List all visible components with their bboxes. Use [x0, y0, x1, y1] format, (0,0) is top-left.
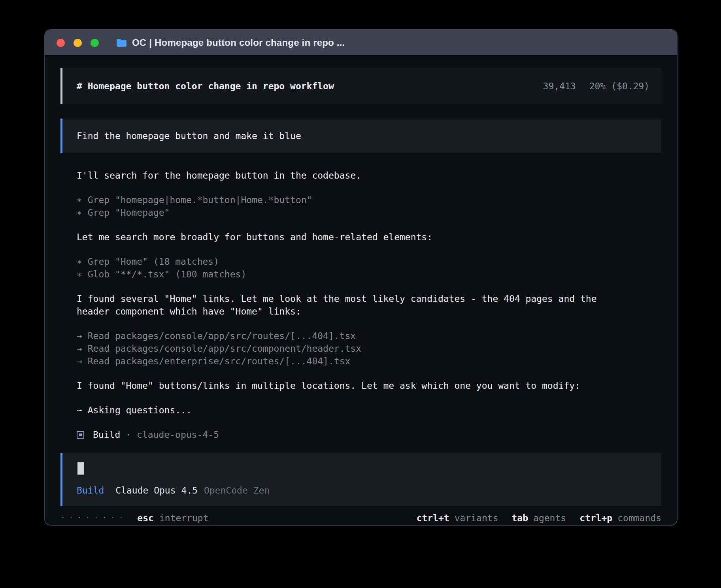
- user-message-text: Find the homepage button and make it blu…: [77, 131, 301, 141]
- separator-dot: ·: [126, 428, 131, 441]
- minimize-button[interactable]: [74, 39, 82, 47]
- spinner-dots: ········: [60, 511, 127, 524]
- activity-status: ~ Asking questions...: [77, 404, 622, 416]
- tool-call-line: ∗ Grep "Homepage": [77, 206, 622, 219]
- traffic-lights: [57, 39, 99, 47]
- esc-key-hint: esc: [137, 512, 154, 524]
- shortcut-key: ctrl+t: [417, 512, 449, 524]
- agent-name: Build: [93, 428, 120, 441]
- tool-call-line: → Read packages/console/app/src/componen…: [77, 342, 622, 355]
- token-count: 39,413: [543, 81, 576, 91]
- shortcut-commands: ctrl+p commands: [579, 512, 661, 524]
- tool-call-group: ∗ Grep "Home" (18 matches) ∗ Glob "**/*.…: [77, 255, 622, 281]
- model-label: Claude Opus 4.5: [115, 484, 198, 497]
- close-button[interactable]: [57, 39, 65, 47]
- assistant-message: I'll search for the homepage button in t…: [77, 169, 622, 182]
- esc-key-label: interrupt: [159, 512, 209, 524]
- tool-call-line: ∗ Grep "Home" (18 matches): [77, 255, 622, 268]
- assistant-message: Let me search more broadly for buttons a…: [77, 231, 622, 243]
- shortcut-agents: tab agents: [511, 512, 566, 524]
- shortcut-key: ctrl+p: [579, 512, 612, 524]
- shortcut-key: tab: [511, 512, 528, 524]
- input-meta: Build Claude Opus 4.5 OpenCode Zen: [77, 484, 647, 497]
- assistant-message: I found "Home" buttons/links in multiple…: [77, 379, 622, 392]
- folder-icon: [116, 38, 127, 47]
- agent-icon: [77, 431, 84, 439]
- status-left: ········ esc interrupt: [60, 512, 209, 524]
- status-bar: ········ esc interrupt ctrl+t variants t…: [60, 512, 661, 524]
- titlebar[interactable]: OC | Homepage button color change in rep…: [45, 30, 677, 55]
- agent-status-row: Build · claude-opus-4-5: [77, 428, 622, 441]
- tool-call-group: → Read packages/console/app/src/routes/[…: [77, 330, 622, 368]
- session-header: # Homepage button color change in repo w…: [60, 68, 661, 104]
- provider-label: OpenCode Zen: [204, 484, 270, 497]
- shortcut-label: variants: [455, 512, 498, 524]
- status-right: ctrl+t variants tab agents ctrl+p comman…: [417, 512, 661, 524]
- transcript: I'll search for the homepage button in t…: [60, 169, 622, 441]
- session-title: # Homepage button color change in repo w…: [77, 81, 334, 91]
- user-message: Find the homepage button and make it blu…: [60, 119, 661, 153]
- shortcut-label: agents: [533, 512, 566, 524]
- zoom-button[interactable]: [91, 39, 99, 47]
- window-title: OC | Homepage button color change in rep…: [132, 37, 345, 48]
- title-group: OC | Homepage button color change in rep…: [116, 37, 345, 48]
- assistant-message: I found several "Home" links. Let me loo…: [77, 292, 622, 318]
- session-stats: 39,413 20% ($0.29): [543, 81, 649, 91]
- tool-call-line: ∗ Glob "**/*.tsx" (100 matches): [77, 268, 622, 281]
- tool-call-line: → Read packages/console/app/src/routes/[…: [77, 330, 622, 342]
- context-usage: 20% ($0.29): [589, 81, 649, 91]
- mode-label: Build: [77, 484, 104, 497]
- text-cursor: [77, 462, 84, 475]
- tool-call-line: ∗ Grep "homepage|home.*button|Home.*butt…: [77, 194, 622, 206]
- tool-call-line: → Read packages/enterprise/src/routes/[.…: [77, 355, 622, 368]
- tool-call-group: ∗ Grep "homepage|home.*button|Home.*butt…: [77, 194, 622, 219]
- prompt-input[interactable]: Build Claude Opus 4.5 OpenCode Zen: [60, 453, 661, 506]
- agent-model: claude-opus-4-5: [137, 428, 219, 441]
- shortcut-variants: ctrl+t variants: [417, 512, 498, 524]
- terminal-content[interactable]: # Homepage button color change in repo w…: [45, 55, 677, 525]
- terminal-window: OC | Homepage button color change in rep…: [44, 29, 678, 526]
- shortcut-label: commands: [617, 512, 661, 524]
